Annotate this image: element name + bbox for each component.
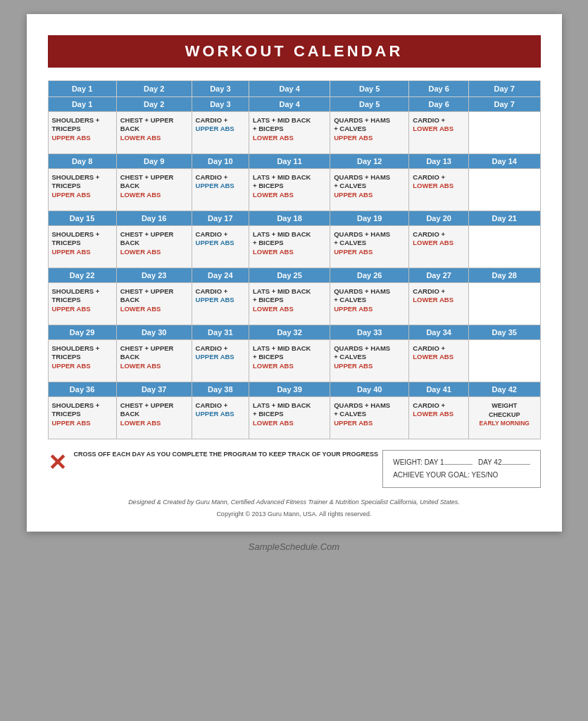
- column-header: Day 1: [48, 81, 116, 97]
- workout-line1: LATS + MID BACK: [253, 287, 326, 296]
- workout-line1: CARDIO +: [413, 344, 465, 353]
- column-header: Day 4: [249, 81, 330, 97]
- abs-label: LOWER ABS: [253, 134, 326, 142]
- day-content-cell: QUARDS + HAMS+ CALVESUPPER ABS: [330, 283, 409, 325]
- cross-off-section: ✕ CROSS OFF EACH DAY AS YOU COMPLETE THE…: [48, 450, 383, 474]
- day-content-cell: CARDIO +UPPER ABS: [192, 226, 249, 268]
- abs-label: UPPER ABS: [196, 296, 245, 303]
- abs-label: UPPER ABS: [334, 305, 405, 313]
- day-header-cell: Day 24: [192, 268, 249, 283]
- day-header-cell: Day 22: [48, 268, 116, 283]
- abs-label: UPPER ABS: [334, 248, 405, 256]
- page-title: WORKOUT CALENDAR: [48, 35, 541, 68]
- day-header-cell: Day 15: [48, 211, 116, 226]
- abs-label: LOWER ABS: [253, 362, 326, 370]
- workout-line2: + BICEPS: [253, 410, 326, 418]
- day-content-cell: QUARDS + HAMS+ CALVESUPPER ABS: [330, 112, 409, 154]
- workout-line1: CARDIO +: [196, 116, 245, 125]
- column-header: Day 3: [192, 81, 249, 97]
- day-header-cell: Day 35: [468, 325, 540, 340]
- workout-line1: CARDIO +: [196, 230, 245, 239]
- day-header-cell: Day 18: [249, 211, 330, 226]
- day-content-cell: [468, 340, 540, 382]
- copyright: Copyright © 2013 Guru Mann, USA. All rig…: [48, 510, 541, 518]
- day-content-cell: WEIGHTCHECKUPEARLY MORNING: [468, 397, 540, 439]
- workout-line1: SHOULDERS +: [52, 287, 113, 296]
- workout-line1: LATS + MID BACK: [253, 173, 326, 182]
- abs-label: UPPER ABS: [334, 134, 405, 142]
- day-header-cell: Day 7: [468, 97, 540, 112]
- workout-line2: TRICEPS: [52, 296, 113, 304]
- workout-line1: CHEST + UPPER: [120, 173, 188, 182]
- abs-label: LOWER ABS: [120, 362, 188, 370]
- day-content-cell: CARDIO +LOWER ABS: [409, 283, 469, 325]
- day-header-cell: Day 27: [409, 268, 469, 283]
- workout-line1: SHOULDERS +: [52, 344, 113, 353]
- day-header-cell: Day 9: [116, 154, 192, 169]
- day-header-cell: Day 31: [192, 325, 249, 340]
- day-header-cell: Day 11: [249, 154, 330, 169]
- day-content-cell: [468, 283, 540, 325]
- column-header: Day 5: [330, 81, 409, 97]
- workout-line1: CHEST + UPPER: [120, 230, 188, 239]
- x-mark-icon: ✕: [48, 451, 67, 474]
- workout-line2: + BICEPS: [253, 125, 326, 133]
- day-header-cell: Day 21: [468, 211, 540, 226]
- day-header-cell: Day 5: [330, 97, 409, 112]
- abs-label: LOWER ABS: [413, 182, 465, 189]
- abs-label: UPPER ABS: [52, 248, 113, 256]
- abs-label: LOWER ABS: [120, 191, 188, 199]
- workout-line1: QUARDS + HAMS: [334, 173, 405, 182]
- weight-checkup-label: WEIGHTCHECKUPEARLY MORNING: [473, 401, 537, 428]
- day-content-cell: CARDIO +LOWER ABS: [409, 226, 469, 268]
- workout-line1: SHOULDERS +: [52, 230, 113, 239]
- column-header: Day 6: [409, 81, 469, 97]
- day-content-cell: CHEST + UPPERBACKLOWER ABS: [116, 112, 192, 154]
- workout-line1: CARDIO +: [413, 173, 465, 182]
- workout-line1: LATS + MID BACK: [253, 116, 326, 125]
- day-header-cell: Day 25: [249, 268, 330, 283]
- workout-line1: QUARDS + HAMS: [334, 116, 405, 125]
- day-content-cell: CARDIO +UPPER ABS: [192, 112, 249, 154]
- day-header-cell: Day 34: [409, 325, 469, 340]
- workout-line1: CHEST + UPPER: [120, 401, 188, 410]
- workout-line1: CARDIO +: [413, 116, 465, 125]
- day-header-cell: Day 3: [192, 97, 249, 112]
- abs-label: LOWER ABS: [120, 248, 188, 256]
- day-header-cell: Day 17: [192, 211, 249, 226]
- day-content-cell: LATS + MID BACK+ BICEPSLOWER ABS: [249, 283, 330, 325]
- workout-line2: + BICEPS: [253, 239, 326, 247]
- abs-label: UPPER ABS: [52, 305, 113, 313]
- workout-line2: BACK: [120, 296, 188, 304]
- day-content-cell: QUARDS + HAMS+ CALVESUPPER ABS: [330, 169, 409, 211]
- workout-line2: + BICEPS: [253, 182, 326, 190]
- workout-line2: TRICEPS: [52, 353, 113, 361]
- workout-line1: CHEST + UPPER: [120, 344, 188, 353]
- day-header-cell: Day 28: [468, 268, 540, 283]
- abs-label: LOWER ABS: [120, 419, 188, 427]
- abs-label: UPPER ABS: [52, 419, 113, 427]
- day-content-cell: LATS + MID BACK+ BICEPSLOWER ABS: [249, 226, 330, 268]
- workout-line1: CHEST + UPPER: [120, 287, 188, 296]
- day-header-cell: Day 40: [330, 382, 409, 397]
- workout-line1: SHOULDERS +: [52, 116, 113, 125]
- abs-label: LOWER ABS: [413, 239, 465, 246]
- day-header-cell: Day 19: [330, 211, 409, 226]
- abs-label: UPPER ABS: [52, 191, 113, 199]
- day-content-cell: CHEST + UPPERBACKLOWER ABS: [116, 283, 192, 325]
- workout-line1: LATS + MID BACK: [253, 230, 326, 239]
- weight-line: WEIGHT: DAY 1 DAY 42: [393, 456, 530, 469]
- abs-label: LOWER ABS: [413, 125, 465, 132]
- workout-line2: BACK: [120, 353, 188, 361]
- workout-line2: + CALVES: [334, 182, 405, 190]
- day-header-cell: Day 13: [409, 154, 469, 169]
- day-header-cell: Day 41: [409, 382, 469, 397]
- workout-line1: CARDIO +: [196, 173, 245, 182]
- abs-label: UPPER ABS: [52, 362, 113, 370]
- abs-label: LOWER ABS: [413, 410, 465, 418]
- day-content-cell: SHOULDERS +TRICEPSUPPER ABS: [48, 169, 116, 211]
- weight-box: WEIGHT: DAY 1 DAY 42 ACHIEVE YOUR GOAL: …: [382, 450, 540, 488]
- abs-label: UPPER ABS: [196, 239, 245, 246]
- day-content-cell: [468, 226, 540, 268]
- day-header-cell: Day 12: [330, 154, 409, 169]
